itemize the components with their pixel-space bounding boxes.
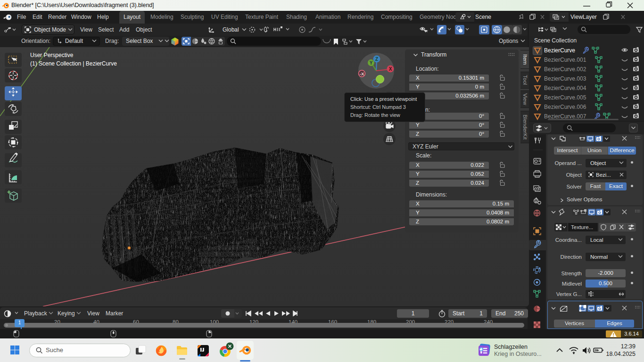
svg-text:Y: Y (370, 60, 373, 66)
svg-text:-X: -X (360, 71, 364, 76)
svg-text:Z: Z (375, 57, 378, 62)
svg-text:X: X (389, 66, 392, 72)
